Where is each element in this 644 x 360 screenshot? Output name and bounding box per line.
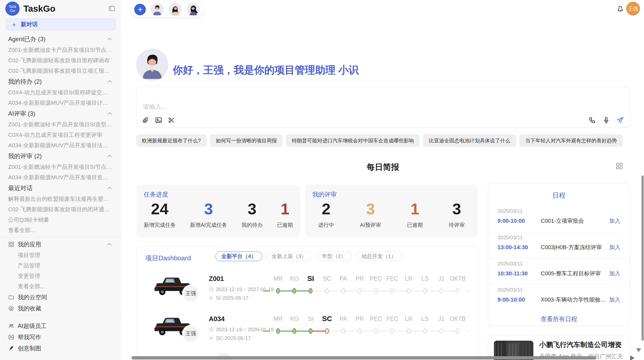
join-link[interactable]: 加入 [609,270,620,277]
milestone-cell[interactable] [401,287,417,295]
vertical-scrollbar[interactable] [641,175,644,341]
schedule-item[interactable]: 2025/03/1110:30-11:30C005-整车工程目标评审加入 [488,258,630,284]
sidebar-item[interactable]: C0X4-动力总成开发项目SI里程碑提交物检查 [0,87,121,98]
sidebar-item[interactable]: C0X4-动力总成开发项目工程变更评审 [0,130,121,140]
sidebar-item[interactable]: Z001-全新燃油轻卡产品开发项目SI造型提交物评审 [0,119,121,130]
milestone-dot[interactable] [456,328,460,334]
milestone-cell[interactable] [319,327,335,335]
agent-avatar-2[interactable] [169,3,182,16]
milestone-cell[interactable] [433,287,449,295]
chevron-up-icon[interactable] [107,185,112,191]
sidebar-group-header[interactable]: 我的待办 (2) [0,76,121,87]
schedule-item[interactable]: 2025/03/119:00-10:00C001-立项审批会加入 [488,206,630,232]
image-icon[interactable] [155,116,162,124]
dashboard-tab[interactable]: 年型（2） [316,251,352,261]
milestone-cell[interactable] [352,327,368,335]
milestone-dot[interactable] [325,288,329,294]
chevron-up-icon[interactable] [107,153,112,159]
milestone-cell[interactable] [401,327,417,335]
sidebar-item-favorites[interactable]: 我的收藏 [0,303,121,314]
milestone-cell[interactable] [368,327,384,335]
add-agent-button[interactable] [134,4,146,15]
chevron-up-icon[interactable] [107,36,112,42]
chevron-up-icon[interactable] [107,79,112,84]
phone-icon[interactable] [589,116,596,124]
user-avatar[interactable]: 王强 [626,2,640,16]
agent-avatar-1[interactable] [151,3,164,16]
join-link[interactable]: 加入 [609,217,620,225]
sidebar-item-creative-draw[interactable]: 创意制图 [0,343,121,354]
milestone-dot[interactable] [439,328,443,334]
milestone-dot[interactable] [309,328,313,334]
milestone-dot[interactable] [292,328,296,334]
milestone-cell[interactable] [335,287,352,295]
attachment-icon[interactable] [142,116,149,124]
sidebar-collapse-icon[interactable] [108,5,115,12]
sidebar-group-header[interactable]: Agent已办 (3) [0,34,121,45]
dashboard-tab[interactable]: 全新平台（4） [215,251,262,261]
milestone-cell[interactable] [302,327,319,335]
sidebar-item[interactable]: 解释最新出台的欧盟报废车法规再生塑料比例被调至15%... [0,194,121,204]
milestone-dot[interactable] [358,328,362,334]
sidebar-item[interactable]: 查看全部... [0,225,121,235]
chevron-up-icon[interactable] [106,241,112,247]
message-composer[interactable]: 请输入... [136,87,630,128]
microphone-icon[interactable] [603,116,610,124]
milestone-cell[interactable] [335,327,352,335]
sidebar-item-my-apps[interactable]: 我的应用 [0,239,121,250]
scroll-right-arrow[interactable] [630,355,635,360]
sidebar-item-product-mgmt[interactable]: 产品管理 [0,260,121,271]
composer-input[interactable]: 请输入... [143,103,166,111]
milestone-dot[interactable] [439,288,443,294]
milestone-cell[interactable] [352,287,368,295]
milestone-cell[interactable] [384,287,400,295]
sidebar-item-view-all-apps[interactable]: 查看全部... [0,281,121,292]
agent-avatar-3[interactable] [187,3,200,16]
milestone-cell[interactable] [302,287,319,295]
briefing-layout-icon[interactable] [616,162,623,170]
suggestion-chip[interactable]: 当下年轻人对汽车外观有怎样的喜好趋势 [519,134,623,147]
milestone-dot[interactable] [276,328,280,334]
milestone-cell[interactable] [449,327,466,335]
milestone-dot[interactable] [407,288,411,294]
milestone-dot[interactable] [407,328,411,334]
milestone-cell[interactable] [433,327,449,335]
sidebar-item-project-mgmt[interactable]: 项目管理 [0,250,121,260]
sidebar-item[interactable]: C02-飞腾新能源轻客改款项目立项汇报方案 [0,66,121,76]
screenshot-icon[interactable] [168,116,175,124]
sidebar-item[interactable]: Z001-全新燃油轻卡产品开发项目SI节点属性5D文件评审 [0,162,121,172]
sidebar-item[interactable]: A034-全新新能源MUV产品开发项目法规符合性评审 [0,140,121,151]
view-all-schedule-link[interactable]: 查看所有日程 [488,315,630,323]
milestone-cell[interactable] [449,287,466,295]
milestone-cell[interactable] [286,287,302,295]
horizontal-scrollbar[interactable] [131,356,596,359]
sidebar-group-header[interactable]: 最近对话 [0,183,121,194]
milestone-cell[interactable] [286,327,302,335]
suggestion-chip[interactable]: 欧洲新规最近颁布了什么? [136,134,207,147]
sidebar-item[interactable]: 公司Q3轻卡销量 [0,215,121,225]
sidebar-group-header[interactable]: 我的评审 (2) [0,151,121,162]
milestone-dot[interactable] [390,288,394,294]
scroll-down-arrow[interactable] [636,348,641,352]
sidebar-item[interactable]: A034-全新新能源MUV产品开发项目计划变更表编写 [0,98,121,108]
chevron-up-icon[interactable] [107,111,112,116]
sidebar-item[interactable]: A034-全新新能源MUV产品开发项目造型可行性评审 [0,172,121,183]
milestone-cell[interactable] [417,327,433,335]
dashboard-tab[interactable]: 动总开发（1） [356,251,402,261]
milestone-dot[interactable] [309,288,313,294]
milestone-dot[interactable] [374,328,378,334]
sidebar-item[interactable]: C02-飞腾新能源轻客改款项目的闭环通告反馈情况 [0,204,121,215]
notification-bell-icon[interactable] [616,5,624,13]
dashboard-tab[interactable]: 全新上装（3） [266,251,313,261]
milestone-cell[interactable] [270,287,286,295]
milestone-dot[interactable] [423,288,427,294]
schedule-item[interactable]: 2025/03/119:00-10:00X003-车辆动力学性能验...加入 [488,284,630,310]
milestone-dot[interactable] [341,328,345,334]
join-link[interactable]: 加入 [609,244,620,251]
milestone-dot[interactable] [423,328,427,334]
sidebar-item-cloud-space[interactable]: 我的云空间 [0,292,121,303]
milestone-dot[interactable] [276,288,280,294]
sidebar-item[interactable]: Z001-全新燃油皮卡产品开发项目SI节点Lesson Learn报告 [0,45,121,55]
sidebar-item-help-write[interactable]: 帮我写作 [0,332,121,343]
milestone-dot[interactable] [390,328,394,334]
